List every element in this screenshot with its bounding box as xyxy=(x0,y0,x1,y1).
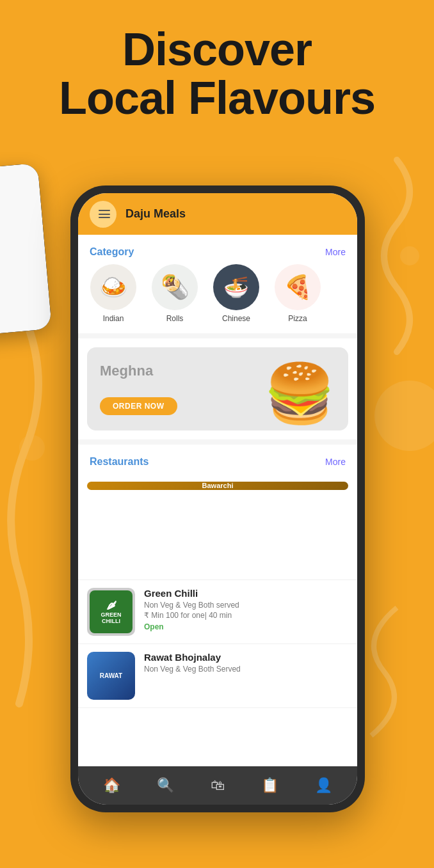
restaurants-section: Restaurants More Bawarchi Shahi Bawarchi… xyxy=(78,445,357,714)
svg-point-2 xyxy=(400,246,419,265)
nav-home[interactable]: 🏠 xyxy=(103,777,120,794)
category-row: 🍛 Indian 🌯 Rolls 🍜 Chinese xyxy=(78,264,357,333)
category-label-pizza: Pizza xyxy=(288,314,307,323)
category-section-header: Category More xyxy=(78,235,357,264)
restaurant-desc-green-chilli: Non Veg & Veg Both served xyxy=(144,601,348,610)
category-icon-chinese: 🍜 xyxy=(213,264,259,310)
category-more-button[interactable]: More xyxy=(325,247,346,257)
nav-cart[interactable]: 🛍 xyxy=(211,777,225,794)
restaurant-thumb-rawat-bhojnalay: RAWAT xyxy=(87,652,135,700)
phone-content: Category More 🍛 Indian 🌯 Rolls xyxy=(78,235,357,766)
restaurants-more-button[interactable]: More xyxy=(325,457,346,467)
restaurant-thumb-green-chilli: 🌶 GREEN CHILLI xyxy=(87,588,135,636)
restaurant-thumb-shahi-bawarchi: Bawarchi xyxy=(87,482,348,490)
category-item-indian[interactable]: 🍛 Indian xyxy=(84,264,142,323)
restaurant-meta-green-chilli: ₹ Min 100 for one| 40 min xyxy=(144,611,348,620)
home-icon: 🏠 xyxy=(103,777,120,794)
profile-icon: 👤 xyxy=(315,777,332,794)
restaurant-name-rawat-bhojnalay: Rawat Bhojnalay xyxy=(144,652,348,663)
category-icon-pizza: 🍕 xyxy=(275,264,321,310)
restaurant-item-shahi-bawarchi[interactable]: Bawarchi Shahi Bawarchi Non Veg & Veg Bo… xyxy=(78,474,357,580)
orders-icon: 📋 xyxy=(261,777,278,794)
restaurant-desc-rawat-bhojnalay: Non Veg & Veg Both Served xyxy=(144,665,348,674)
bottom-navigation: 🏠 🔍 🛍 📋 👤 xyxy=(78,766,357,805)
restaurant-item-rawat-bhojnalay[interactable]: RAWAT Rawat Bhojnalay Non Veg & Veg Both… xyxy=(78,644,357,708)
cart-icon: 🛍 xyxy=(211,777,225,794)
order-now-button[interactable]: ORDER NOW xyxy=(100,397,177,415)
nav-orders[interactable]: 📋 xyxy=(261,777,278,794)
restaurant-item-green-chilli[interactable]: 🌶 GREEN CHILLI Green Chilli Non Veg & Ve… xyxy=(78,580,357,644)
banner-name: Meghna xyxy=(100,363,177,379)
category-label-rolls: Rolls xyxy=(166,314,184,323)
restaurant-name-green-chilli: Green Chilli xyxy=(144,588,348,599)
svg-point-0 xyxy=(374,381,434,451)
hero-title: Discover Local Flavours xyxy=(0,26,434,122)
banner-wrapper: Meghna ORDER NOW 🍔 xyxy=(78,338,357,439)
restaurants-title: Restaurants xyxy=(90,456,149,468)
restaurant-info-green-chilli: Green Chilli Non Veg & Veg Both served ₹… xyxy=(144,588,348,631)
avatar xyxy=(90,201,117,228)
banner-food-image: 🍔 xyxy=(264,360,335,427)
restaurant-info-rawat-bhojnalay: Rawat Bhojnalay Non Veg & Veg Both Serve… xyxy=(144,652,348,675)
category-item-chinese[interactable]: 🍜 Chinese xyxy=(207,264,265,323)
restaurants-section-header: Restaurants More xyxy=(78,445,357,474)
app-header: Daju Meals xyxy=(78,193,357,235)
category-item-pizza[interactable]: 🍕 Pizza xyxy=(269,264,326,323)
category-icon-indian: 🍛 xyxy=(90,264,136,310)
category-title: Category xyxy=(90,246,134,258)
phone-mockup: Daju Meals Category More 🍛 Indian xyxy=(70,185,365,812)
banner-card: Meghna ORDER NOW 🍔 xyxy=(87,347,348,430)
app-title: Daju Meals xyxy=(125,207,186,221)
search-icon: 🔍 xyxy=(157,777,174,794)
background-phone xyxy=(0,163,52,336)
hamburger-icon[interactable] xyxy=(99,210,110,218)
category-label-chinese: Chinese xyxy=(222,314,250,323)
svg-point-1 xyxy=(19,435,45,461)
nav-profile[interactable]: 👤 xyxy=(315,777,332,794)
category-item-rolls[interactable]: 🌯 Rolls xyxy=(146,264,204,323)
category-icon-rolls: 🌯 xyxy=(152,264,198,310)
nav-search[interactable]: 🔍 xyxy=(157,777,174,794)
category-label-indian: Indian xyxy=(103,314,124,323)
divider-1 xyxy=(78,333,357,338)
banner-text: Meghna ORDER NOW xyxy=(100,363,177,415)
divider-2 xyxy=(78,439,357,445)
restaurant-status-green-chilli: Open xyxy=(144,622,348,631)
